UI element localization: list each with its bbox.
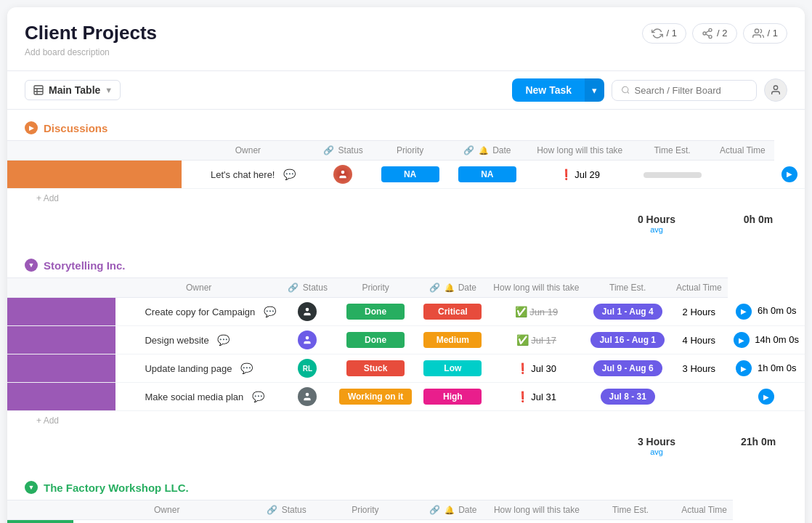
col-actual: Actual Time — [711, 141, 774, 161]
section-factory-toggle[interactable]: ▼ — [25, 481, 38, 494]
check-icon: ✅ — [515, 306, 527, 317]
board-description[interactable]: Add board description — [25, 47, 787, 65]
date-cell: ✅ Jul 8 — [488, 520, 585, 524]
col-actual-f: Actual Time — [675, 500, 733, 520]
avatar — [298, 302, 317, 321]
time-est-cell: 2 Hours — [670, 298, 728, 326]
owner-cell — [282, 383, 333, 411]
avatar-icon — [302, 335, 312, 345]
header-actions: / 1 / 2 / 1 — [642, 23, 787, 44]
avatar-icon — [302, 307, 312, 317]
play-button[interactable]: ▶ — [736, 304, 752, 320]
chat-icon[interactable]: 💬 — [240, 362, 253, 374]
status-badge: Done — [346, 304, 405, 320]
summary-time-est: 3 Hours avg — [628, 436, 686, 456]
date-value: Jun 19 — [529, 307, 558, 317]
owner-cell — [282, 298, 333, 326]
chat-icon[interactable]: 💬 — [252, 391, 264, 402]
date-range-badge: Jul 8 - 31 — [601, 389, 655, 405]
date-alert-cell: ❗ Jul 29 — [526, 161, 633, 189]
svg-point-5 — [755, 29, 758, 33]
date-cell: ✅ Jun 19 — [487, 298, 585, 326]
status-cell[interactable]: Stuck — [333, 354, 418, 383]
factory-table: Owner 🔗Status Priority 🔗🔔Date How long w… — [7, 500, 805, 523]
row-bar — [7, 326, 115, 354]
date-range-cell: Jul 1 - Aug 4 — [585, 298, 670, 326]
user-profile-icon[interactable] — [764, 78, 787, 102]
table-icon — [33, 84, 44, 96]
section-factory-title[interactable]: The Factory Workshop LLC. — [44, 482, 189, 494]
chat-icon[interactable]: 💬 — [283, 169, 296, 180]
actual-time-cell: ▶ 4h 0m 0s — [733, 520, 805, 524]
search-input[interactable] — [635, 85, 747, 96]
share-action[interactable]: / 2 — [692, 23, 736, 44]
summary-actual: 0h 0m — [729, 214, 787, 234]
section-discussions-toggle[interactable]: ▶ — [25, 121, 38, 134]
summary-time-est: 0 Hours avg — [628, 214, 686, 234]
chat-icon[interactable]: 💬 — [217, 334, 230, 346]
col-task — [7, 141, 182, 161]
status-badge: NA — [381, 166, 439, 182]
date-value: Jul 17 — [531, 335, 556, 346]
svg-line-11 — [628, 92, 629, 93]
status-cell[interactable]: Done — [312, 520, 418, 524]
col-date-s: 🔗🔔Date — [418, 278, 487, 298]
alert-icon: ❗ — [516, 362, 529, 374]
status-cell[interactable]: Working on it — [333, 383, 418, 411]
table-selector[interactable]: Main Table ▼ — [25, 80, 121, 100]
date-cell: ❗ Jul 31 — [487, 383, 585, 411]
col-date-f: 🔗🔔Date — [418, 500, 488, 520]
table-label: Main Table — [49, 84, 100, 96]
status-badge: Stuck — [346, 360, 405, 376]
content-area: ▶ Discussions Owner 🔗Status Priority — [7, 110, 805, 523]
actual-time-cell: ▶ — [774, 161, 805, 189]
play-button[interactable]: ▶ — [781, 166, 797, 182]
status-badge: Working on it — [339, 389, 412, 405]
priority-cell[interactable]: Low — [418, 520, 488, 524]
section-storytelling-title[interactable]: Storytelling Inc. — [44, 259, 126, 272]
alert-icon: ❗ — [516, 391, 529, 402]
owner-cell — [282, 326, 333, 354]
status-cell[interactable]: Done — [333, 326, 418, 354]
priority-cell[interactable]: Low — [418, 354, 487, 383]
col-actual-s: Actual Time — [670, 278, 728, 298]
col-time-est: Time Est. — [633, 141, 710, 161]
priority-cell[interactable]: NA — [449, 161, 526, 189]
profile-icon — [770, 84, 781, 96]
col-owner-f: Owner — [73, 500, 261, 520]
section-discussions: ▶ Discussions Owner 🔗Status Priority — [7, 110, 805, 240]
add-row-storytelling[interactable]: + Add — [7, 411, 805, 430]
play-button[interactable]: ▶ — [736, 360, 752, 376]
dash-bar — [643, 172, 702, 178]
section-storytelling-toggle[interactable]: ▼ — [25, 259, 38, 272]
chevron-down-icon: ▼ — [105, 86, 113, 94]
col-time-est-s: Time Est. — [585, 278, 670, 298]
chat-icon[interactable]: 💬 — [264, 306, 276, 317]
avatar — [333, 165, 352, 184]
date-range-cell: Jul 8 - 31 — [585, 383, 670, 411]
col-priority: Priority — [371, 141, 448, 161]
task-name: Let's chat here! 💬 — [182, 161, 314, 189]
table-row: Design website 💬 Done Medium ✅ Jul 17 — [7, 326, 805, 354]
section-discussions-title[interactable]: Discussions — [44, 122, 107, 134]
status-cell[interactable]: Done — [333, 298, 418, 326]
discussions-table: Owner 🔗Status Priority 🔗🔔Date How long w… — [7, 140, 805, 208]
task-name: Make social media plan 💬 — [115, 383, 281, 411]
discussions-summary: 0 Hours avg 0h 0m — [7, 208, 805, 240]
members-action[interactable]: / 1 — [743, 23, 787, 44]
priority-badge: Medium — [423, 332, 482, 348]
status-cell[interactable]: NA — [371, 161, 448, 189]
play-button[interactable]: ▶ — [734, 332, 750, 348]
time-est-cell: 4 Hours — [670, 326, 728, 354]
new-task-dropdown[interactable]: ▾ — [585, 78, 604, 102]
priority-cell[interactable]: Critical — [418, 298, 487, 326]
new-task-button[interactable]: New Task — [512, 78, 585, 102]
priority-badge: Critical — [423, 304, 482, 320]
table-row: Make social media plan 💬 Working on it H… — [7, 383, 805, 411]
retry-action[interactable]: / 1 — [642, 23, 686, 44]
priority-cell[interactable]: High — [418, 383, 487, 411]
add-row-discussions[interactable]: + Add — [7, 189, 805, 208]
play-button[interactable]: ▶ — [758, 389, 774, 405]
new-task-button-group: New Task ▾ — [512, 78, 604, 102]
priority-cell[interactable]: Medium — [418, 326, 487, 354]
